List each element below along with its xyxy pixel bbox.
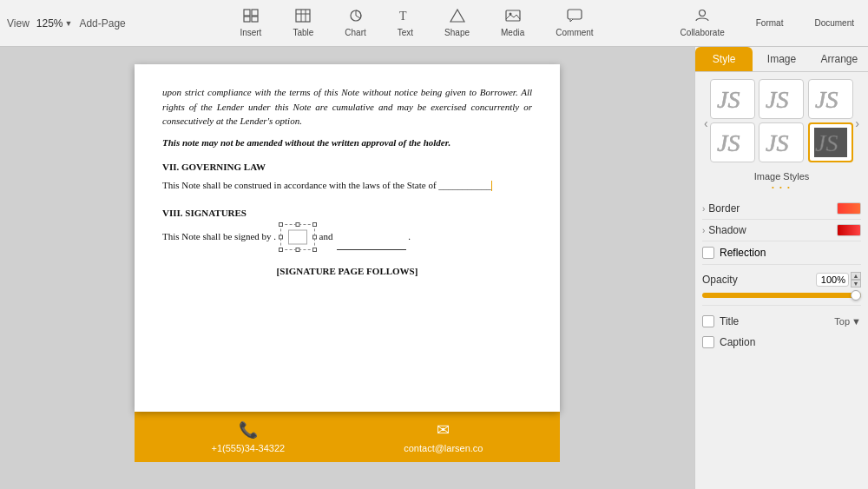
opacity-thumb[interactable]	[851, 290, 861, 301]
title-checkbox[interactable]	[702, 315, 714, 327]
footer-banner: 📞 +1(555)34-34322 ✉ contact@larsen.co	[135, 412, 560, 462]
opacity-track[interactable]	[702, 293, 861, 298]
table-icon	[295, 9, 311, 26]
image-style-1[interactable]: JS	[710, 79, 755, 119]
toolbar-shape[interactable]: Shape	[437, 5, 477, 41]
reflection-row[interactable]: Reflection	[702, 241, 861, 265]
media-icon	[505, 9, 521, 26]
svg-rect-2	[244, 17, 250, 22]
toolbar-document[interactable]: Document	[807, 15, 861, 31]
collaborate-label: Collaborate	[681, 28, 725, 37]
shape-label: Shape	[444, 28, 470, 37]
border-label: › Border	[702, 202, 740, 215]
resize-handle-bc[interactable]	[295, 248, 299, 252]
border-row[interactable]: › Border	[702, 198, 861, 220]
toolbar-left: View 125% ▼ Add-Page	[7, 17, 146, 30]
toolbar-collaborate[interactable]: Collaborate	[674, 5, 732, 41]
add-page-label[interactable]: Add-Page	[79, 17, 125, 30]
caption-label: Caption	[720, 336, 861, 348]
image-styles-grid: JS JS JS	[710, 79, 854, 162]
image-style-6[interactable]: JS	[808, 122, 853, 162]
section-7-text: This Note shall be construed in accordan…	[162, 178, 532, 193]
toolbar-comment[interactable]: Comment	[549, 5, 600, 41]
styles-next-arrow[interactable]: ›	[853, 116, 861, 130]
border-chevron-icon: ›	[702, 204, 705, 214]
toolbar-format[interactable]: Format	[749, 15, 791, 31]
toolbar-media[interactable]: Media	[494, 5, 531, 41]
view-label[interactable]: View	[7, 17, 30, 30]
image-style-3[interactable]: JS	[808, 79, 853, 119]
svg-text:JS: JS	[717, 129, 740, 156]
title-row: Title Top ▼	[702, 311, 861, 332]
tab-arrange[interactable]: Arrange	[811, 47, 868, 71]
chart-label: Chart	[345, 28, 365, 37]
title-position-dropdown[interactable]: Top ▼	[834, 316, 861, 327]
document-area[interactable]: upon strict compliance with the terms of…	[0, 47, 694, 489]
paragraph-2: This note may not be amended without the…	[162, 135, 532, 150]
resize-handle-ml[interactable]	[279, 235, 283, 239]
tab-image[interactable]: Image	[753, 47, 810, 71]
resize-handle-tr[interactable]	[312, 222, 317, 227]
border-swatch[interactable]	[837, 202, 861, 215]
image-styles-label: Image Styles	[702, 171, 861, 182]
main-area: upon strict compliance with the terms of…	[0, 47, 868, 489]
text-label: Text	[398, 28, 413, 37]
toolbar: View 125% ▼ Add-Page Insert Table Chart	[0, 0, 868, 47]
tab-style[interactable]: Style	[695, 47, 753, 71]
text-icon: T	[398, 9, 413, 26]
signature-line-2	[337, 249, 406, 250]
insert-icon	[243, 9, 259, 26]
image-style-2[interactable]: JS	[759, 79, 804, 119]
resize-handle-tc[interactable]	[295, 222, 299, 227]
caption-checkbox[interactable]	[702, 336, 714, 348]
section-7-header: VII. GOVERNING LAW	[162, 160, 532, 175]
resize-handle-bl[interactable]	[279, 248, 283, 252]
styles-prev-arrow[interactable]: ‹	[702, 116, 710, 130]
svg-text:JS: JS	[766, 129, 788, 156]
panel-tabs: Style Image Arrange	[695, 47, 868, 72]
zoom-value[interactable]: 125%	[36, 17, 63, 30]
image-style-5[interactable]: JS	[759, 122, 804, 162]
shadow-row[interactable]: › Shadow	[702, 220, 861, 241]
format-label: Format	[756, 18, 784, 28]
selected-image[interactable]	[280, 224, 315, 250]
section-8-header: VIII. SIGNATURES	[162, 206, 532, 221]
toolbar-insert[interactable]: Insert	[233, 5, 268, 41]
reflection-checkbox[interactable]	[702, 247, 714, 259]
opacity-input[interactable]	[816, 273, 849, 287]
toolbar-chart[interactable]: Chart	[338, 5, 372, 41]
svg-text:JS: JS	[766, 86, 788, 113]
resize-handle-br[interactable]	[312, 248, 317, 252]
opacity-increment[interactable]: ▲	[851, 272, 861, 280]
paragraph-1: upon strict compliance with the terms of…	[162, 85, 532, 129]
svg-text:JS: JS	[815, 129, 838, 156]
panel-content: ‹ JS JS	[695, 72, 868, 489]
border-text: Border	[708, 202, 740, 215]
svg-marker-10	[450, 10, 464, 22]
toolbar-text[interactable]: T Text	[391, 5, 420, 41]
collaborate-icon	[694, 9, 710, 26]
email-address: contact@larsen.co	[404, 443, 483, 453]
resize-handle-mr[interactable]	[312, 235, 317, 239]
tab-arrange-label: Arrange	[820, 53, 858, 65]
svg-text:T: T	[399, 10, 407, 23]
title-caption-section: Title Top ▼ Caption	[702, 306, 861, 358]
image-style-4[interactable]: JS	[710, 122, 755, 162]
opacity-section: Opacity ▲ ▼	[702, 265, 861, 306]
signature-page-text: [SIGNATURE PAGE FOLLOWS]	[162, 264, 532, 279]
shadow-text: Shadow	[708, 224, 746, 236]
table-label: Table	[293, 28, 313, 37]
shadow-swatch[interactable]	[837, 224, 861, 236]
document-page: upon strict compliance with the terms of…	[135, 64, 560, 412]
opacity-decrement[interactable]: ▼	[851, 280, 861, 287]
email-icon: ✉	[437, 420, 450, 439]
zoom-group[interactable]: 125% ▼	[36, 17, 73, 30]
opacity-header: Opacity ▲ ▼	[702, 272, 861, 287]
toolbar-table[interactable]: Table	[286, 5, 320, 41]
svg-text:JS: JS	[717, 86, 740, 113]
svg-rect-1	[252, 10, 258, 16]
text-cursor	[491, 181, 492, 191]
chart-icon	[348, 9, 364, 26]
resize-handle-tl[interactable]	[279, 222, 283, 227]
phone-number: +1(555)34-34322	[212, 443, 286, 453]
